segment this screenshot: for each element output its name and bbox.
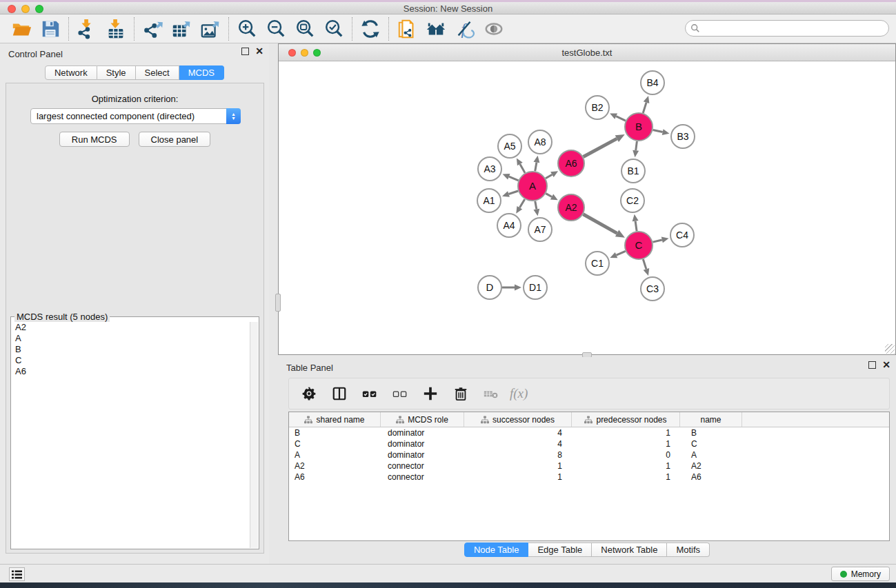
- show-panels-list-icon[interactable]: [9, 567, 25, 581]
- graph-node-label: A3: [484, 163, 495, 174]
- close-table-panel-icon[interactable]: ✕: [882, 361, 890, 369]
- network-canvas[interactable]: AA1A2A3A4A5A6A7A8BB1B2B3B4CC1C2C3C4DD1: [279, 61, 895, 354]
- open-file-icon[interactable]: [7, 16, 36, 42]
- import-table-icon[interactable]: [101, 16, 130, 42]
- network-graph: AA1A2A3A4A5A6A7A8BB1B2B3B4CC1C2C3C4DD1: [279, 61, 895, 354]
- result-list-item[interactable]: A: [12, 333, 249, 344]
- table-row[interactable]: Adominator80A: [289, 449, 889, 460]
- export-image-icon[interactable]: [196, 16, 225, 42]
- zoom-in-icon[interactable]: [232, 16, 261, 42]
- graph-edge-A2-C[interactable]: [583, 214, 617, 234]
- result-list-item[interactable]: A2: [12, 322, 249, 333]
- search-icon: [690, 23, 700, 33]
- graph-edge-A-A1[interactable]: [508, 191, 518, 194]
- float-panel-icon[interactable]: [241, 48, 249, 55]
- graph-node-label: A: [529, 180, 536, 192]
- tab-network[interactable]: Network: [45, 65, 97, 80]
- clone-network-icon[interactable]: [392, 16, 421, 42]
- tab-motifs[interactable]: Motifs: [667, 543, 710, 557]
- result-list-item[interactable]: A6: [12, 366, 249, 377]
- show-hide-icon[interactable]: [479, 16, 508, 42]
- graph-arrowhead: [633, 150, 639, 157]
- column-header-MCDS-role[interactable]: MCDS role: [381, 412, 464, 427]
- desktop-background-strip: [0, 582, 896, 588]
- memory-status-icon: [840, 571, 847, 578]
- zoom-selected-icon[interactable]: [319, 16, 348, 42]
- zoom-out-icon[interactable]: [261, 16, 290, 42]
- zoom-fit-icon[interactable]: [290, 16, 319, 42]
- graph-edge-B-B4[interactable]: [643, 103, 646, 113]
- table-row[interactable]: Cdominator41C: [289, 438, 889, 449]
- tab-edge-table[interactable]: Edge Table: [528, 543, 592, 557]
- refresh-icon[interactable]: [356, 16, 385, 42]
- graph-node-label: D: [486, 281, 494, 293]
- horizontal-splitter-handle[interactable]: [275, 294, 281, 312]
- graph-edge-C-C4[interactable]: [653, 240, 661, 242]
- graph-edge-A-A2[interactable]: [546, 194, 552, 197]
- cell-predecessor-nodes: 1: [572, 472, 680, 483]
- column-header-successor-nodes[interactable]: successor nodes: [464, 412, 572, 427]
- toolbar-separator: [228, 17, 229, 41]
- delete-table-icon[interactable]: [479, 382, 503, 405]
- graph-edge-A6-B[interactable]: [584, 139, 617, 156]
- graph-edge-C-C3[interactable]: [643, 259, 646, 269]
- table-panel-title: Table Panel: [286, 363, 333, 373]
- column-header-predecessor-nodes[interactable]: predecessor nodes: [572, 412, 680, 427]
- graph-node-label: A7: [534, 224, 546, 235]
- delete-column-icon[interactable]: [449, 382, 472, 405]
- tab-node-table[interactable]: Node Table: [464, 543, 529, 557]
- import-network-icon[interactable]: [72, 16, 101, 42]
- settings-gear-icon[interactable]: [297, 382, 321, 405]
- tab-network-table[interactable]: Network Table: [592, 543, 667, 557]
- graph-edge-B-B3[interactable]: [653, 130, 663, 132]
- criterion-dropdown[interactable]: largest connected component (directed) ▲…: [30, 108, 241, 124]
- result-list-item[interactable]: B: [12, 344, 249, 355]
- export-table-icon[interactable]: [167, 16, 196, 42]
- graph-edge-A-A8[interactable]: [535, 163, 537, 172]
- window-resize-grip[interactable]: [885, 344, 895, 354]
- cell-shared-name: A2: [289, 460, 381, 472]
- graph-edge-A-A7[interactable]: [535, 201, 537, 210]
- run-mcds-button[interactable]: Run MCDS: [59, 132, 130, 147]
- float-table-panel-icon[interactable]: [868, 361, 876, 369]
- table-body: Bdominator41BCdominator41CAdominator80AA…: [289, 427, 889, 483]
- graph-edge-B-B2[interactable]: [616, 116, 626, 121]
- graph-edge-C-C2[interactable]: [635, 221, 637, 231]
- close-panel-icon[interactable]: ✕: [255, 48, 263, 55]
- column-header-shared-name[interactable]: shared name: [289, 412, 381, 427]
- tab-mcds[interactable]: MCDS: [179, 65, 224, 80]
- function-builder-icon[interactable]: f(x): [510, 386, 528, 401]
- home-icon[interactable]: [421, 16, 450, 42]
- network-window-titlebar[interactable]: testGlobe.txt: [279, 44, 895, 61]
- cell-MCDS-role: dominator: [381, 449, 464, 460]
- graph-edge-A-A5[interactable]: [520, 164, 525, 173]
- cell-shared-name: A: [289, 449, 381, 460]
- search-input[interactable]: [685, 20, 889, 37]
- tab-style[interactable]: Style: [97, 65, 136, 80]
- table-row[interactable]: Bdominator41B: [289, 427, 889, 438]
- result-list-item[interactable]: C: [12, 355, 249, 366]
- column-layout-icon[interactable]: [328, 382, 351, 405]
- graph-edge-A-A3[interactable]: [509, 176, 519, 181]
- cell-name: C: [680, 438, 742, 449]
- graph-edge-C-C1[interactable]: [617, 251, 626, 255]
- graph-edge-A-A6[interactable]: [546, 174, 552, 179]
- memory-button[interactable]: Memory: [831, 567, 890, 581]
- column-header-name[interactable]: name: [680, 412, 742, 427]
- table-row[interactable]: A2connector11A2: [289, 460, 889, 472]
- select-all-checkboxes-icon[interactable]: [358, 382, 381, 405]
- export-network-icon[interactable]: [138, 16, 167, 42]
- tab-select[interactable]: Select: [136, 65, 179, 80]
- add-column-icon[interactable]: [419, 382, 442, 405]
- graph-node-label: C3: [646, 283, 659, 294]
- close-panel-button[interactable]: Close panel: [139, 132, 211, 147]
- graph-edge-B-B1[interactable]: [636, 141, 637, 150]
- deselect-all-checkboxes-icon[interactable]: [388, 382, 412, 405]
- table-row[interactable]: A6connector11A6: [289, 472, 889, 483]
- table-panel: Table Panel ✕: [278, 357, 896, 564]
- hide-graphics-icon[interactable]: f: [450, 16, 479, 42]
- graph-arrowhead: [515, 285, 521, 291]
- result-scrollbar[interactable]: [250, 322, 258, 548]
- graph-edge-A-A4[interactable]: [519, 199, 524, 207]
- save-session-icon[interactable]: [36, 16, 65, 42]
